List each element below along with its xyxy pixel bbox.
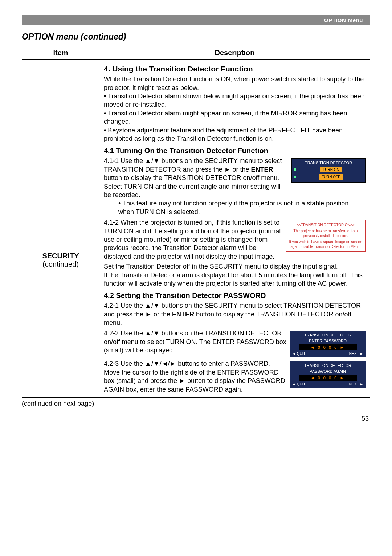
osd-alarm-line1: The projector has been transferred from … xyxy=(287,229,364,238)
osd-alarm-box: <<TRANSITION DETECTOR ON>> The projector… xyxy=(286,220,366,252)
osd-transition-detector-menu: TRANSITION DETECTOR TURN ON TURN OFF xyxy=(291,158,366,182)
step-4-2-1: 4.2-1 Use the ▲/▼ buttons on the SECURIT… xyxy=(104,302,366,327)
enter-keyword: ENTER xyxy=(251,166,273,173)
enter-keyword: ENTER xyxy=(172,311,194,318)
bullet-icon xyxy=(294,168,296,171)
left-arrow-icon: ◄ xyxy=(311,345,316,349)
osd-alarm-line2: If you wish to have a square image on sc… xyxy=(287,240,364,249)
osd-pw-again: PASSWORD AGAIN xyxy=(291,369,364,374)
osd-turn-off: TURN OFF xyxy=(319,174,343,180)
item-label: SECURITY xyxy=(23,252,99,260)
description-cell: 4. Using the Transition Detector Functio… xyxy=(99,60,370,398)
osd-next2: NEXT ► xyxy=(349,382,363,387)
osd-quit2: ◄ QUIT xyxy=(292,382,306,387)
osd-pw-title: TRANSITION DETECTOR xyxy=(291,332,364,338)
item-sub: (continued) xyxy=(23,260,99,269)
section-title: OPTION menu (continued) xyxy=(22,32,370,42)
osd-pw-title2: TRANSITION DETECTOR xyxy=(291,363,364,368)
heading-4: 4. Using the Transition Detector Functio… xyxy=(104,64,366,74)
osd-next: NEXT ► xyxy=(349,351,363,356)
continued-note: (continued on next page) xyxy=(22,400,370,408)
osd-turn-on: TURN ON xyxy=(320,167,342,172)
para-4-intro: While the Transition Detector function i… xyxy=(104,75,366,92)
step-4-2-2: 4.2-2 Use the ▲/▼ buttons on the TRANSIT… xyxy=(104,329,286,355)
heading-4-1: 4.1 Turning On the Transition Detector F… xyxy=(104,146,366,155)
osd-td-title: TRANSITION DETECTOR xyxy=(294,160,363,165)
step-4-1-2: 4.1-2 When the projector is turned on, i… xyxy=(104,218,282,261)
heading-4-2: 4.2 Setting the Transition Detector PASS… xyxy=(104,291,366,300)
page-number: 53 xyxy=(22,415,370,422)
digits-value: 0 0 0 0 xyxy=(318,345,338,349)
para-4-b1: • Transition Detector alarm shown below … xyxy=(104,92,366,109)
osd-pw-enter: ENTER PASSWORD xyxy=(291,338,364,343)
para-4-b2: • Transition Detector alarm might appear… xyxy=(104,109,366,126)
header-bar: OPTION menu xyxy=(22,15,370,25)
right-arrow-icon: ► xyxy=(340,376,345,380)
osd-quit: ◄ QUIT xyxy=(292,351,306,356)
osd-password-again: TRANSITION DETECTOR PASSWORD AGAIN ◄ 0 0… xyxy=(290,361,366,388)
osd-pw-digits2: ◄ 0 0 0 0 ► xyxy=(299,375,357,381)
osd-enter-password: TRANSITION DETECTOR ENTER PASSWORD ◄ 0 0… xyxy=(290,331,366,357)
para-41-after1: Set the Transition Detector off in the S… xyxy=(104,262,366,271)
left-arrow-icon: ◄ xyxy=(311,376,316,380)
col-desc-header: Description xyxy=(99,46,370,60)
digits-value: 0 0 0 0 xyxy=(318,376,338,380)
header-menu-label: OPTION menu xyxy=(324,17,363,23)
item-cell: SECURITY (continued) xyxy=(22,60,99,398)
osd-alarm-title: <<TRANSITION DETECTOR ON>> xyxy=(287,222,364,227)
step-411-note: • This feature may not function properly… xyxy=(104,199,366,216)
para-41-after2: If the Transition Detector alarm is disp… xyxy=(104,271,366,288)
osd-pw-digits: ◄ 0 0 0 0 ► xyxy=(299,344,357,350)
right-arrow-icon: ► xyxy=(340,345,345,349)
step-4-2-3: 4.2-3 Use the ▲/▼/◄/► buttons to enter a… xyxy=(104,360,286,394)
para-4-b3: • Keystone adjustment feature and the ad… xyxy=(104,126,366,143)
step-4-1-1: 4.1-1 Use the ▲/▼ buttons on the SECURIT… xyxy=(104,157,288,199)
col-item-header: Item xyxy=(22,46,99,60)
bullet-icon xyxy=(294,176,296,178)
option-table: Item Description SECURITY (continued) 4.… xyxy=(22,46,370,398)
step-411-b: button to display the TRANSITION DETECTO… xyxy=(104,174,281,199)
